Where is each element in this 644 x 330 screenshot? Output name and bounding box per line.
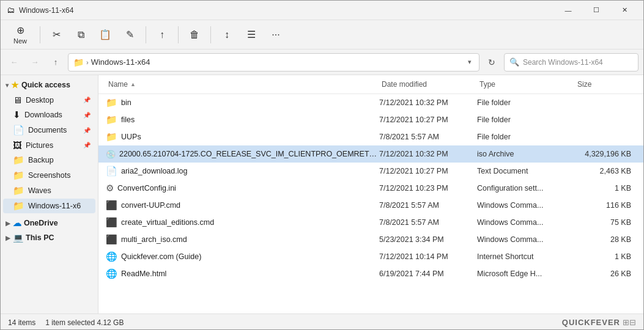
sidebar: ▾ ★ Quick access 🖥 Desktop 📌 ⬇ Downloads…	[1, 75, 98, 314]
toolbar-separator-2	[146, 26, 146, 43]
sidebar-item-downloads[interactable]: ⬇ Downloads 📌	[3, 108, 95, 122]
waves-icon: 📁	[13, 185, 24, 196]
file-type-cell: File folder	[477, 133, 575, 141]
copy-button[interactable]: ⧉	[70, 24, 92, 46]
sidebar-item-backup-label: Backup	[28, 156, 54, 164]
table-row[interactable]: ⬛multi_arch_iso.cmd5/23/2021 3:34 PMWind…	[98, 231, 643, 248]
thispc-label: This PC	[26, 233, 54, 242]
quick-access-label: Quick access	[21, 81, 70, 89]
sidebar-item-downloads-label: Downloads	[24, 111, 62, 119]
quick-access-chevron: ▾	[6, 82, 9, 89]
title-bar-controls: — ☐ ✕	[554, 1, 638, 20]
onedrive-icon: ☁	[13, 218, 21, 228]
file-list: Name ▲ Date modified Type Size 📁bin7/12/…	[98, 75, 643, 314]
file-type-cell: Configuration sett...	[477, 184, 575, 193]
file-date-cell: 6/19/2021 7:44 PM	[379, 270, 477, 278]
new-label: New	[13, 37, 27, 45]
search-box[interactable]: 🔍 Search Windows-11-x64	[504, 53, 638, 72]
new-button[interactable]: ⊕ New	[6, 23, 35, 47]
paste-button[interactable]: 📋	[94, 24, 116, 46]
file-date-cell: 7/12/2021 10:32 PM	[379, 98, 477, 107]
thispc-group[interactable]: ▶ 💻 This PC	[1, 230, 98, 245]
sidebar-item-waves[interactable]: 📁 Waves	[3, 183, 95, 198]
status-right: QUICKFEVER ⊞⊟	[562, 318, 636, 327]
table-row[interactable]: ⬛convert-UUP.cmd7/8/2021 5:57 AMWindows …	[98, 197, 643, 214]
file-type-cell: File folder	[477, 116, 575, 124]
minimize-button[interactable]: —	[554, 1, 582, 20]
file-name-text: UUPs	[121, 133, 141, 141]
back-button[interactable]: ←	[6, 54, 23, 71]
cut-button[interactable]: ✂	[45, 24, 67, 46]
file-date-cell: 7/12/2021 10:14 PM	[379, 252, 477, 261]
file-type-icon: 🌐	[106, 251, 117, 262]
file-name-text: create_virtual_editions.cmd	[121, 218, 214, 227]
rename-button[interactable]: ✎	[119, 24, 141, 46]
path-dropdown-arrow[interactable]: ▾	[465, 57, 474, 67]
col-header-type[interactable]: Type	[477, 78, 575, 91]
pin-icon-pictures: 📌	[83, 142, 91, 148]
up-button[interactable]: ↑	[47, 54, 64, 71]
file-size-cell: 26 KB	[575, 270, 636, 278]
toolbar-separator-4	[210, 26, 211, 43]
table-row[interactable]: 📁bin7/12/2021 10:32 PMFile folder	[98, 94, 643, 111]
refresh-button[interactable]: ↻	[483, 54, 500, 71]
quick-access-group[interactable]: ▾ ★ Quick access	[1, 78, 98, 92]
file-date-cell: 7/8/2021 5:57 AM	[379, 201, 477, 210]
close-button[interactable]: ✕	[610, 1, 638, 20]
sidebar-item-windows11-label: Windows-11-x6	[28, 202, 81, 210]
delete-button[interactable]: 🗑	[183, 24, 205, 46]
table-row[interactable]: ⚙ConvertConfig.ini7/12/2021 10:23 PMConf…	[98, 180, 643, 197]
table-row[interactable]: 🌐Quickfever.com (Guide)7/12/2021 10:14 P…	[98, 248, 643, 265]
file-name-text: files	[121, 116, 135, 124]
path-folder-icon: 📁	[73, 57, 84, 67]
app-icon: 🗂	[6, 6, 15, 15]
file-type-icon: 💿	[106, 150, 116, 159]
file-size-cell: 4,329,196 KB	[575, 150, 636, 158]
title-bar-text: Windows-11-x64	[19, 6, 554, 15]
maximize-button[interactable]: ☐	[582, 1, 610, 20]
file-name-cell: 💿22000.65.210704-1725.CO_RELEASE_SVC_IM_…	[106, 150, 379, 159]
file-type-icon: ⬛	[106, 217, 117, 228]
col-header-size[interactable]: Size	[575, 78, 636, 91]
table-row[interactable]: ⬛create_virtual_editions.cmd7/8/2021 5:5…	[98, 214, 643, 231]
sort-button[interactable]: ↕	[216, 24, 238, 46]
forward-button[interactable]: →	[26, 54, 43, 71]
table-row[interactable]: 📁files7/12/2021 10:27 PMFile folder	[98, 111, 643, 128]
share-button[interactable]: ↑	[151, 24, 173, 46]
col-header-name[interactable]: Name ▲	[106, 78, 379, 91]
table-row[interactable]: 💿22000.65.210704-1725.CO_RELEASE_SVC_IM_…	[98, 145, 643, 163]
file-type-icon: 📁	[106, 114, 117, 125]
sidebar-item-windows11[interactable]: 📁 Windows-11-x6	[3, 199, 95, 213]
table-row[interactable]: 📁UUPs7/8/2021 5:57 AMFile folder	[98, 128, 643, 145]
file-date-cell: 7/8/2021 5:57 AM	[379, 218, 477, 227]
file-name-cell: 📁bin	[106, 97, 379, 108]
more-button[interactable]: ···	[265, 24, 287, 46]
windows11-icon: 📁	[13, 200, 24, 211]
table-row[interactable]: 📄aria2_download.log7/12/2021 10:27 PMTex…	[98, 163, 643, 180]
address-path[interactable]: 📁 › Windows-11-x64 ▾	[68, 53, 479, 72]
documents-icon: 📄	[13, 125, 24, 136]
file-name-cell: ⬛create_virtual_editions.cmd	[106, 217, 379, 228]
sidebar-item-backup[interactable]: 📁 Backup	[3, 153, 95, 167]
sidebar-item-desktop-label: Desktop	[26, 96, 54, 105]
path-chevron: ›	[86, 59, 89, 66]
col-header-date[interactable]: Date modified	[379, 78, 477, 91]
table-row[interactable]: 🌐ReadMe.html6/19/2021 7:44 PMMicrosoft E…	[98, 265, 643, 282]
path-text: Windows-11-x64	[91, 57, 150, 67]
sort-arrow-name: ▲	[130, 81, 136, 87]
pin-icon-desktop: 📌	[83, 97, 91, 103]
sidebar-item-documents[interactable]: 📄 Documents 📌	[3, 123, 95, 138]
status-bar: 14 items 1 item selected 4.12 GB QUICKFE…	[1, 314, 643, 330]
title-bar: 🗂 Windows-11-x64 — ☐ ✕	[1, 1, 643, 20]
sidebar-item-pictures[interactable]: 🖼 Pictures 📌	[3, 138, 95, 152]
toolbar: ⊕ New ✂ ⧉ 📋 ✎ ↑ 🗑 ↕ ☰ ···	[1, 20, 643, 50]
sidebar-item-screenshots[interactable]: 📁 Screenshots	[3, 168, 95, 183]
file-size-cell: 116 KB	[575, 201, 636, 210]
sidebar-item-desktop[interactable]: 🖥 Desktop 📌	[3, 93, 95, 107]
file-name-cell: 🌐ReadMe.html	[106, 268, 379, 279]
screenshots-icon: 📁	[13, 170, 24, 181]
onedrive-group[interactable]: ▶ ☁ OneDrive	[1, 216, 98, 230]
sidebar-item-documents-label: Documents	[28, 126, 67, 134]
view-button[interactable]: ☰	[240, 24, 262, 46]
file-list-header: Name ▲ Date modified Type Size	[98, 75, 643, 94]
